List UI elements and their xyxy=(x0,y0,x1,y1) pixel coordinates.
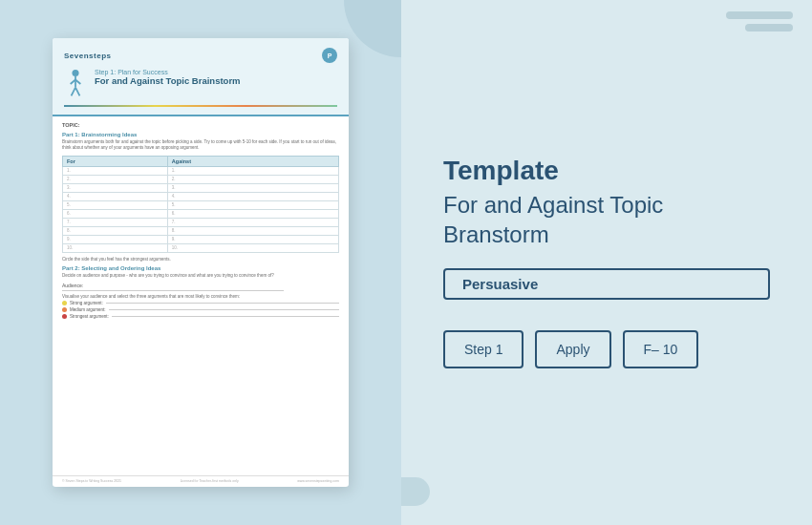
doc-circle-text: Circle the side that you feel has the st… xyxy=(62,257,339,262)
table-row: 6.6. xyxy=(63,209,339,218)
doc-part1-title: Part 1: Brainstorming Ideas xyxy=(62,132,339,137)
table-row: 2.2. xyxy=(63,175,339,183)
meta-row: Step 1 Apply F– 10 xyxy=(443,330,770,368)
meta-grade[interactable]: F– 10 xyxy=(623,330,699,368)
template-label: Template xyxy=(443,157,770,186)
meta-step[interactable]: Step 1 xyxy=(443,330,524,368)
arg-strongest-line xyxy=(112,316,339,317)
doc-part2-instructions: Decide on audience and purpose - who are… xyxy=(62,273,339,279)
doc-part2-title: Part 2: Selecting and Ordering Ideas xyxy=(62,265,339,271)
table-row: 7.7. xyxy=(63,218,339,226)
arg-strong-label: Strong argument: xyxy=(70,301,103,305)
table-row: 1.1. xyxy=(63,166,339,175)
doc-part1-instructions: Brainstorm arguments both for and agains… xyxy=(62,139,339,152)
arg-strongest-label: Strongest argument: xyxy=(70,314,109,319)
deco-bar-1 xyxy=(726,11,793,19)
svg-line-4 xyxy=(72,88,75,96)
doc-main-title: For and Against Topic Brainstorm xyxy=(95,75,337,86)
doc-argument-medium: Medium argument: xyxy=(62,307,339,312)
deco-bottom-left xyxy=(401,477,430,506)
table-row: 3.3. xyxy=(63,183,339,192)
arg-medium-label: Medium argument: xyxy=(70,307,106,312)
table-row: 9.9. xyxy=(63,235,339,243)
table-row: 8.8. xyxy=(63,226,339,235)
tag-badge[interactable]: Persuasive xyxy=(443,268,770,300)
table-row: 5.5. xyxy=(63,200,339,209)
doc-figure-icon xyxy=(64,69,87,99)
footer-center: Licensed for Teacher-first methods only xyxy=(181,479,239,483)
doc-topic-line: TOPIC: xyxy=(62,122,339,128)
doc-brand: Sevensteps xyxy=(64,52,111,60)
arg-medium-line xyxy=(109,309,339,310)
table-row: 4.4. xyxy=(63,192,339,200)
doc-divider xyxy=(64,105,337,107)
doc-header: Sevensteps P xyxy=(53,38,349,116)
doc-step-label: Step 1: Plan for Success xyxy=(95,69,337,75)
doc-part2-section: Part 2: Selecting and Ordering Ideas Dec… xyxy=(62,265,339,319)
left-panel: Sevensteps P xyxy=(0,0,401,525)
document-preview: Sevensteps P xyxy=(53,38,349,487)
deco-top-right xyxy=(726,11,793,32)
doc-visualize-text: Visualise your audience and select the t… xyxy=(62,294,339,299)
dot-strong xyxy=(62,301,67,305)
doc-body: TOPIC: Part 1: Brainstorming Ideas Brain… xyxy=(53,116,349,326)
doc-logo-circle: P xyxy=(322,48,337,63)
svg-point-0 xyxy=(72,70,78,76)
doc-argument-strongest: Strongest argument: xyxy=(62,314,339,319)
doc-argument-strong: Strong argument: xyxy=(62,301,339,305)
arg-strong-line xyxy=(106,303,339,304)
footer-right: www.sevenstepswriting.com xyxy=(297,479,339,483)
doc-arguments-table: For Against 1.1.2.2.3.3.4.4.5.5.6.6.7.7.… xyxy=(62,156,339,253)
meta-apply[interactable]: Apply xyxy=(535,330,610,368)
doc-title-block: Step 1: Plan for Success For and Against… xyxy=(95,69,337,86)
dot-medium xyxy=(62,307,67,312)
template-name: For and Against Topic Branstorm xyxy=(443,190,770,249)
table-row: 10.10. xyxy=(63,243,339,252)
deco-bar-2 xyxy=(745,24,793,32)
dot-strongest xyxy=(62,314,67,319)
doc-footer: © Seven Steps to Writing Success 2021 Li… xyxy=(53,475,349,483)
col-against: Against xyxy=(167,156,338,166)
right-panel: Template For and Against Topic Branstorm… xyxy=(401,0,812,525)
doc-audience-label: Audience: xyxy=(62,283,339,288)
svg-line-5 xyxy=(75,88,79,96)
footer-left: © Seven Steps to Writing Success 2021 xyxy=(62,479,121,483)
doc-audience-line xyxy=(62,290,284,291)
col-for: For xyxy=(63,156,168,166)
